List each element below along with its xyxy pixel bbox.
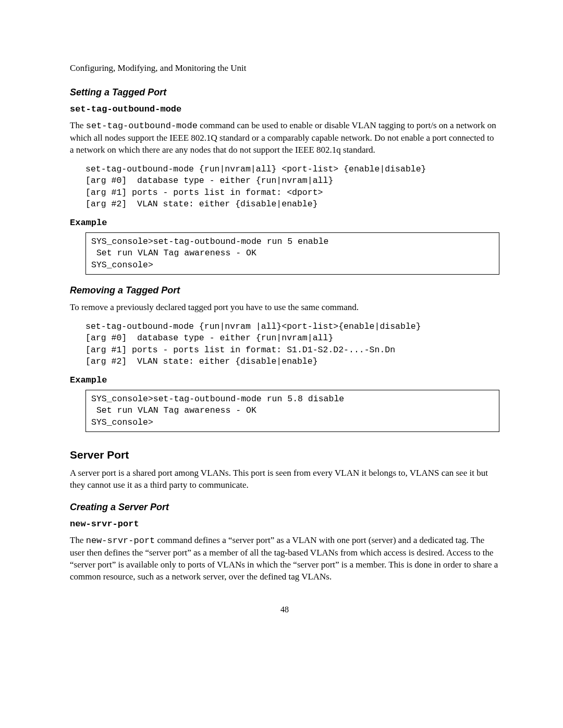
page-number: 48 [70,604,499,615]
paragraph: The set-tag-outbound-mode command can be… [70,120,499,156]
command-name-new-srvr-port: new-srvr-port [70,519,499,530]
code-block: set-tag-outbound-mode {run|nvram|all} <p… [85,164,499,210]
page-header: Configuring, Modifying, and Monitoring t… [70,63,499,75]
paragraph: A server port is a shared port among VLA… [70,467,499,491]
page: Configuring, Modifying, and Monitoring t… [0,0,563,728]
example-label: Example [70,217,499,229]
example-label: Example [70,375,499,387]
inline-command: set-tag-outbound-mode [86,121,198,131]
paragraph: The new-srvr-port command defines a “ser… [70,535,499,583]
example-box: SYS_console>set-tag-outbound-mode run 5 … [85,232,499,275]
inline-command: new-srvr-port [86,536,155,546]
subsection-removing-tagged-port: Removing a Tagged Port [70,284,499,297]
code-block: set-tag-outbound-mode {run|nvram |all}<p… [85,321,499,367]
command-name-set-tag-outbound-mode: set-tag-outbound-mode [70,104,499,116]
text: The [70,120,86,130]
paragraph: To remove a previously declared tagged p… [70,302,499,314]
example-box: SYS_console>set-tag-outbound-mode run 5.… [85,390,499,432]
subsection-creating-server-port: Creating a Server Port [70,501,499,513]
text: The [70,535,86,545]
section-server-port: Server Port [70,448,499,462]
subsection-setting-tagged-port: Setting a Tagged Port [70,86,499,98]
